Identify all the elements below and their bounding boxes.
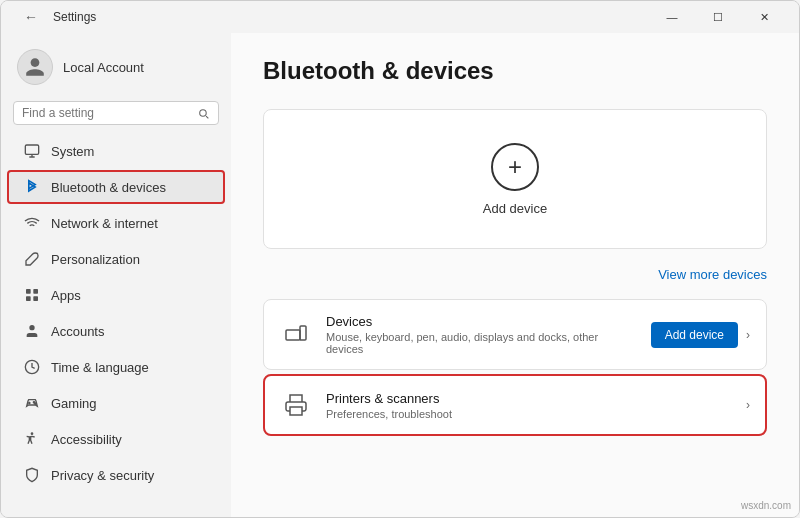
svg-rect-0 (25, 145, 38, 154)
svg-rect-5 (33, 289, 38, 294)
close-button[interactable]: ✕ (741, 1, 787, 33)
printers-row-title: Printers & scanners (326, 391, 732, 406)
printers-row[interactable]: Printers & scanners Preferences, trouble… (263, 374, 767, 436)
sidebar-item-accounts-label: Accounts (51, 324, 104, 339)
minimize-button[interactable]: — (649, 1, 695, 33)
user-name: Local Account (63, 60, 144, 75)
accessibility-icon (23, 430, 41, 448)
sidebar: Local Account System (1, 33, 231, 517)
printers-row-actions: › (746, 398, 750, 412)
svg-rect-6 (26, 296, 31, 301)
gamepad-icon (23, 394, 41, 412)
view-more-link[interactable]: View more devices (658, 267, 767, 282)
sidebar-item-bluetooth[interactable]: Bluetooth & devices (7, 170, 225, 204)
sidebar-item-privacy[interactable]: Privacy & security (7, 458, 225, 492)
search-input[interactable] (22, 106, 191, 120)
printers-chevron-icon: › (746, 398, 750, 412)
svg-rect-15 (286, 330, 300, 340)
page-title: Bluetooth & devices (263, 57, 767, 85)
app-title: Settings (53, 10, 96, 24)
maximize-button[interactable]: ☐ (695, 1, 741, 33)
titlebar: ← Settings — ☐ ✕ (1, 1, 799, 33)
devices-add-button[interactable]: Add device (651, 322, 738, 348)
devices-row-content: Devices Mouse, keyboard, pen, audio, dis… (326, 314, 637, 355)
sidebar-item-gaming[interactable]: Gaming (7, 386, 225, 420)
svg-rect-17 (290, 407, 302, 415)
sidebar-item-system[interactable]: System (7, 134, 225, 168)
sidebar-item-gaming-label: Gaming (51, 396, 97, 411)
svg-point-14 (31, 432, 34, 435)
devices-chevron-icon: › (746, 328, 750, 342)
add-device-card-label: Add device (483, 201, 547, 216)
printers-row-content: Printers & scanners Preferences, trouble… (326, 391, 732, 420)
palette-icon (23, 250, 41, 268)
window-controls: — ☐ ✕ (649, 1, 787, 33)
person-icon (23, 322, 41, 340)
sidebar-item-accounts[interactable]: Accounts (7, 314, 225, 348)
titlebar-left: ← Settings (17, 3, 96, 31)
search-icon (197, 107, 210, 120)
main-layout: Local Account System (1, 33, 799, 517)
svg-rect-4 (26, 289, 31, 294)
content-area: Bluetooth & devices + Add device View mo… (231, 33, 799, 517)
shield-icon (23, 466, 41, 484)
svg-point-8 (29, 325, 34, 330)
watermark: wsxdn.com (741, 500, 791, 511)
sidebar-item-apps-label: Apps (51, 288, 81, 303)
view-more-container: View more devices (263, 257, 767, 299)
sidebar-item-system-label: System (51, 144, 94, 159)
sidebar-item-bluetooth-label: Bluetooth & devices (51, 180, 166, 195)
bluetooth-icon (23, 178, 41, 196)
apps-icon (23, 286, 41, 304)
devices-row-actions: Add device › (651, 322, 750, 348)
avatar (17, 49, 53, 85)
sidebar-item-apps[interactable]: Apps (7, 278, 225, 312)
sidebar-item-accessibility-label: Accessibility (51, 432, 122, 447)
sidebar-item-personalization-label: Personalization (51, 252, 140, 267)
svg-rect-16 (300, 326, 306, 340)
search-box[interactable] (13, 101, 219, 125)
svg-point-13 (35, 403, 36, 404)
sidebar-item-accessibility[interactable]: Accessibility (7, 422, 225, 456)
printers-row-subtitle: Preferences, troubleshoot (326, 408, 732, 420)
monitor-icon (23, 142, 41, 160)
sidebar-item-time[interactable]: Time & language (7, 350, 225, 384)
devices-row-title: Devices (326, 314, 637, 329)
add-device-circle-button[interactable]: + (491, 143, 539, 191)
clock-icon (23, 358, 41, 376)
devices-row[interactable]: Devices Mouse, keyboard, pen, audio, dis… (263, 299, 767, 370)
sidebar-item-privacy-label: Privacy & security (51, 468, 154, 483)
add-device-card: + Add device (263, 109, 767, 249)
svg-rect-7 (33, 296, 38, 301)
sidebar-item-network[interactable]: Network & internet (7, 206, 225, 240)
sidebar-item-time-label: Time & language (51, 360, 149, 375)
sidebar-item-network-label: Network & internet (51, 216, 158, 231)
user-section: Local Account (1, 41, 231, 97)
printers-row-icon (280, 389, 312, 421)
sidebar-item-personalization[interactable]: Personalization (7, 242, 225, 276)
devices-row-icon (280, 319, 312, 351)
back-button[interactable]: ← (17, 3, 45, 31)
devices-row-subtitle: Mouse, keyboard, pen, audio, displays an… (326, 331, 637, 355)
wifi-icon (23, 214, 41, 232)
settings-window: ← Settings — ☐ ✕ Local Account (0, 0, 800, 518)
